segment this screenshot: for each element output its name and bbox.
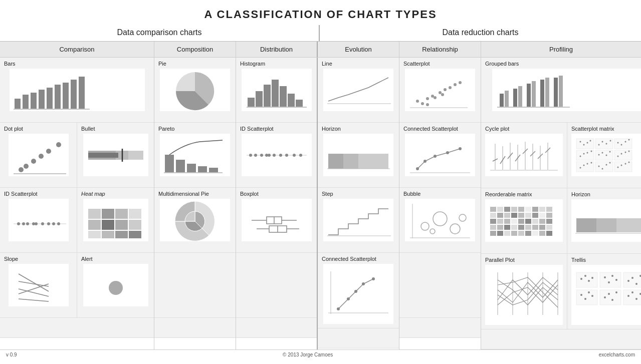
svg-point-23: [17, 222, 20, 225]
bubble-chart: [405, 199, 475, 241]
parallel-plot-chart: [485, 265, 563, 325]
svg-point-156: [625, 141, 626, 143]
svg-point-110: [416, 167, 419, 170]
svg-rect-38: [115, 220, 128, 230]
svg-point-106: [459, 81, 462, 84]
svg-rect-199: [504, 213, 510, 218]
svg-point-49: [109, 281, 123, 295]
svg-point-154: [617, 142, 619, 144]
svg-point-167: [609, 151, 611, 153]
chart-cell-line: Line: [318, 58, 399, 123]
chart-cell-boxplot: Boxplot: [236, 188, 317, 253]
cycle-plot-chart: [485, 134, 563, 176]
svg-rect-252: [623, 272, 641, 287]
col-profiling: Grouped bars: [481, 58, 641, 349]
chart-label-parallel-plot: Parallel Plot: [485, 257, 563, 263]
svg-rect-8: [79, 77, 85, 109]
chart-cell-horizon-profiling: Horizon: [567, 188, 641, 253]
svg-point-112: [434, 155, 437, 158]
svg-rect-87: [328, 154, 343, 169]
chart-label-pareto: Pareto: [158, 126, 232, 132]
chart-label-step: Step: [322, 191, 395, 197]
svg-point-31: [57, 222, 60, 225]
footer-author: © 2013 Jorge Camoes: [283, 352, 333, 357]
svg-point-169: [617, 156, 619, 157]
chart-cell-empty-comparison: [0, 318, 154, 338]
chart-cell-pareto: Pareto: [154, 123, 236, 188]
svg-point-71: [273, 154, 276, 157]
svg-point-261: [591, 295, 593, 297]
svg-rect-224: [490, 231, 496, 236]
col-evolution: Line Horizon Step Conne: [318, 58, 399, 349]
svg-point-155: [621, 144, 622, 146]
svg-point-250: [611, 275, 613, 277]
svg-rect-247: [600, 272, 621, 287]
svg-point-181: [606, 164, 607, 166]
svg-rect-191: [511, 207, 517, 212]
svg-rect-124: [505, 91, 509, 107]
svg-point-159: [580, 156, 581, 157]
svg-rect-207: [497, 219, 503, 224]
svg-rect-230: [532, 231, 538, 236]
svg-rect-54: [209, 168, 218, 172]
svg-point-184: [617, 167, 619, 168]
section-header-left: Data comparison charts: [0, 25, 320, 41]
svg-point-265: [611, 299, 613, 301]
svg-point-179: [598, 166, 600, 167]
svg-rect-40: [88, 231, 101, 238]
svg-point-68: [260, 154, 263, 157]
slope-chart: [9, 264, 69, 306]
svg-point-105: [454, 83, 457, 86]
chart-label-connected-scatter: Connected Scatterplot: [403, 126, 477, 132]
svg-point-185: [621, 165, 622, 166]
connected-scatter-chart: [405, 134, 475, 176]
svg-rect-128: [532, 81, 536, 107]
svg-point-29: [47, 222, 50, 225]
svg-rect-226: [504, 231, 510, 236]
chart-cell-empty-distribution2: [236, 318, 317, 338]
svg-point-24: [22, 222, 25, 225]
chart-cell-bullet: Bullet: [77, 123, 154, 188]
svg-point-243: [580, 278, 582, 280]
svg-rect-51: [176, 160, 185, 172]
svg-line-48: [19, 299, 49, 301]
svg-rect-203: [532, 213, 538, 218]
footer-version: v 0.9: [6, 352, 17, 357]
row4-comparison: Slope Alert: [0, 253, 154, 318]
chart-cell-multidim-pie: Multidimensional Pie: [154, 188, 236, 253]
svg-point-30: [52, 222, 55, 225]
connected-scatter2-chart: [323, 264, 393, 324]
svg-point-120: [430, 229, 435, 234]
svg-point-244: [584, 275, 586, 277]
svg-point-268: [627, 295, 629, 297]
chart-label-connected-scatter2: Connected Scatterplot: [322, 256, 395, 262]
alert-chart: [83, 264, 148, 306]
svg-rect-57: [248, 98, 255, 107]
svg-rect-204: [539, 213, 545, 218]
svg-rect-39: [129, 220, 141, 230]
svg-point-15: [56, 142, 61, 147]
svg-rect-127: [527, 84, 531, 107]
chart-label-pie: Pie: [158, 61, 232, 67]
svg-point-266: [615, 291, 617, 293]
svg-point-98: [421, 102, 424, 105]
cat-composition: Composition: [154, 42, 236, 57]
chart-label-alert: Alert: [81, 256, 150, 262]
chart-cell-parallel-plot: Parallel Plot: [481, 254, 567, 329]
col-comparison: Bars Dot plot: [0, 58, 154, 349]
svg-point-170: [621, 153, 622, 155]
chart-cell-empty-relationship2: [399, 318, 481, 338]
svg-rect-192: [518, 207, 524, 212]
svg-point-177: [591, 162, 592, 164]
svg-point-248: [604, 276, 606, 278]
svg-rect-183: [614, 162, 632, 172]
svg-rect-125: [513, 89, 517, 107]
svg-point-260: [588, 291, 590, 293]
svg-rect-130: [545, 78, 549, 107]
svg-rect-198: [497, 213, 503, 218]
svg-point-150: [602, 141, 603, 143]
footer-website: excelcharts.com: [599, 352, 635, 357]
svg-point-171: [625, 152, 626, 153]
chart-cell-pie: Pie: [154, 58, 236, 123]
svg-rect-214: [546, 219, 552, 224]
